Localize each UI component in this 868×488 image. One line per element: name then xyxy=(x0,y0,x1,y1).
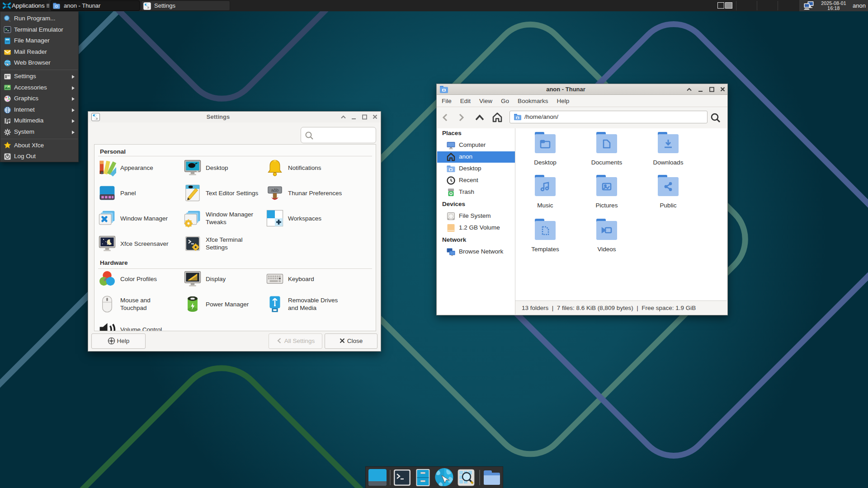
svg-text:a∆b: a∆b xyxy=(271,188,279,192)
